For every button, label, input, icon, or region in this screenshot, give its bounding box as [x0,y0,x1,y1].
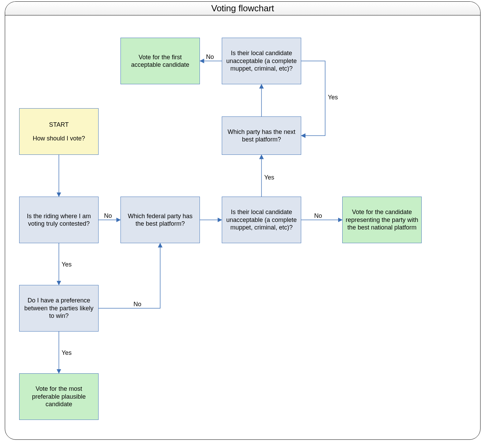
node-vote-plausible: Vote for the most preferable plausible c… [19,373,99,420]
node-unacceptable-2: Is their local candidate unacceptable (a… [222,38,301,84]
node-text: Is their local candidate unacceptable (a… [225,208,298,232]
node-text: Is their local candidate unacceptable (a… [225,49,298,73]
label-contested-yes: Yes [62,261,72,268]
flowchart-canvas: Voting flowchart START How should I vote… [0,0,486,448]
node-text: Vote for the candidate representing the … [345,208,419,232]
label-unacc2-yes: Yes [328,94,338,101]
node-next-best: Which party has the next best platform? [222,116,301,155]
node-contested: Is the riding where I am voting truly co… [19,197,99,243]
label-unacc1-yes: Yes [264,174,274,181]
node-vote-first-acceptable: Vote for the first acceptable candidate [120,38,200,84]
node-best-platform: Which federal party has the best platfor… [120,197,200,243]
node-text: Vote for the first acceptable candidate [124,53,197,69]
node-text: Do I have a preference between the parti… [22,297,95,320]
node-preference: Do I have a preference between the parti… [19,285,99,332]
start-label: START [49,121,68,129]
label-unacc1-no: No [314,212,322,220]
label-preference-yes: Yes [62,349,72,357]
node-text: Which federal party has the best platfor… [124,212,197,228]
label-preference-no: No [133,301,141,308]
title-band: Voting flowchart [5,2,480,15]
start-question: How should I vote? [33,135,85,142]
node-text: Which party has the next best platform? [225,128,298,144]
node-start: START How should I vote? [19,108,99,155]
label-unacc2-no: No [206,53,214,61]
node-text: Is the riding where I am voting truly co… [22,212,95,228]
chart-title: Voting flowchart [211,3,274,14]
node-text: Vote for the most preferable plausible c… [22,385,95,408]
node-unacceptable-1: Is their local candidate unacceptable (a… [222,197,301,243]
node-vote-national: Vote for the candidate representing the … [342,197,422,243]
label-contested-no: No [104,212,112,220]
